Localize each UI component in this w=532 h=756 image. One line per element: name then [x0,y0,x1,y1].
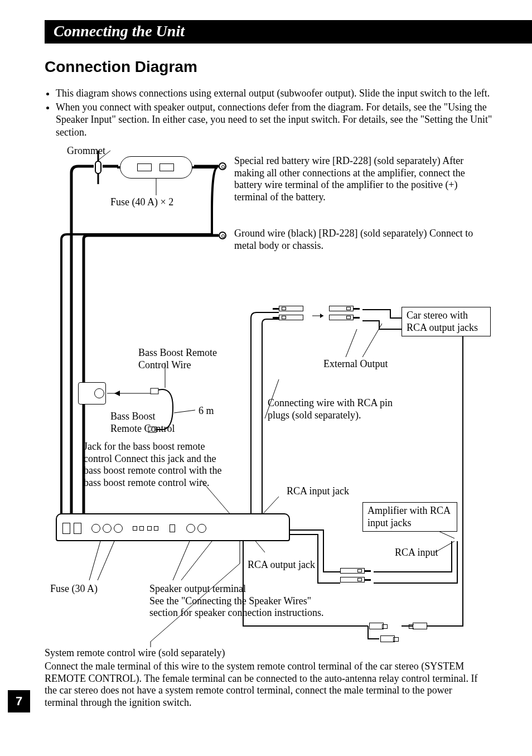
svg-rect-10 [151,388,158,394]
intro-bullets: This diagram shows connections using ext… [45,87,515,139]
svg-marker-9 [114,391,120,396]
connector-male-icon [369,623,384,629]
amplifier-rca-box: Amplifier with RCA input jacks [362,502,457,532]
speaker-output-label: Speaker output terminal See the "Connect… [149,583,328,619]
ring-terminal-icon [219,232,226,239]
bass-boost-remote-label: Bass Boost Remote Control [110,411,188,435]
page-number: 7 [16,694,22,709]
bass-boost-wire-label: Bass Boost Remote Control Wire [138,347,239,371]
connector-female-icon [413,623,427,629]
svg-line-20 [181,541,212,580]
car-stereo-box: Car stereo with RCA output jacks [402,307,491,336]
system-remote-title: System remote control wire (sold separat… [45,647,225,659]
bullet-1: This diagram shows connections using ext… [56,87,515,100]
svg-line-7 [362,324,382,357]
rca-output-jack-label: RCA output jack [248,559,315,571]
grommet-icon [95,161,101,174]
svg-line-19 [173,541,190,580]
six-m-label: 6 m [199,405,214,417]
bass-boost-remote-icon [78,382,106,405]
jack-description-label: Jack for the bass boost remote control C… [84,441,229,489]
system-remote-body: Connect the male terminal of this wire t… [45,661,480,709]
svg-line-6 [346,329,357,357]
other-amplifier-icon [452,630,513,651]
battery-wire-label: Special red battery wire [RD-228] (sold … [234,155,480,203]
ring-terminal-icon [219,162,226,170]
page-number-badge: 7 [8,690,30,712]
rca-plug-pair-icon [279,306,312,322]
svg-marker-5 [320,314,323,318]
chapter-title-bar: Connecting the Unit [45,20,532,44]
grommet-label: Grommet [67,145,105,157]
external-output-label: External Output [323,358,388,370]
connecting-wire-rca-label: Connecting wire with RCA pin plugs (sold… [268,397,396,421]
rca-input-jack-label: RCA input jack [287,485,349,498]
bullet-2: When you connect with speaker output, co… [56,101,515,139]
connection-diagram: Grommet Fuse (40 A) × 2 Special red batt… [45,139,524,697]
fuse-holder-icon [120,156,192,179]
svg-line-17 [89,541,100,580]
connector-male-icon [380,635,395,642]
amplifier-icon [56,513,290,541]
rca-plug-pair-icon [340,568,374,585]
chapter-title: Connecting the Unit [54,22,185,40]
section-title: Connection Diagram [45,58,197,76]
ground-wire-label: Ground wire (black) [RD-228] (sold separ… [234,228,480,252]
fuse-40a-label: Fuse (40 A) × 2 [110,196,173,209]
fuse-30a-label: Fuse (30 A) [50,583,98,595]
rca-input-label: RCA input [395,547,438,559]
svg-line-18 [98,541,114,580]
rca-plug-pair-icon [329,306,362,322]
